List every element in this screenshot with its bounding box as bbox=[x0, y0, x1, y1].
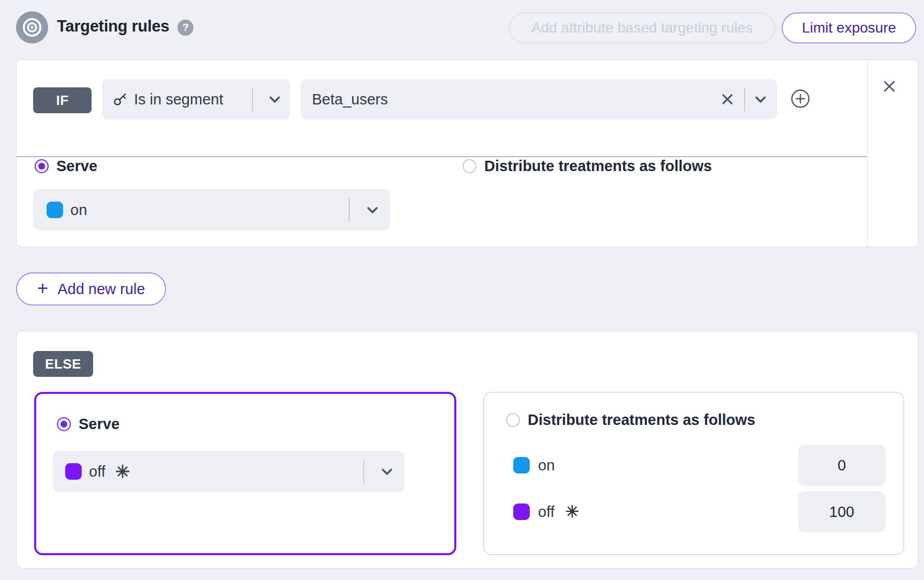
divider bbox=[17, 156, 867, 157]
distribute-radio[interactable] bbox=[463, 159, 476, 173]
distribute-option[interactable]: Distribute treatments as follows bbox=[506, 411, 755, 429]
chevron-down-icon[interactable] bbox=[267, 92, 282, 106]
chevron-down-icon[interactable] bbox=[380, 464, 394, 479]
percent-input[interactable] bbox=[798, 445, 886, 486]
chevron-down-icon[interactable] bbox=[753, 92, 768, 106]
if-badge: IF bbox=[33, 87, 92, 113]
serve-radio[interactable] bbox=[35, 159, 49, 173]
else-badge: ELSE bbox=[33, 351, 93, 377]
chevron-down-icon[interactable] bbox=[365, 203, 380, 217]
treatment-select[interactable]: on bbox=[33, 189, 390, 231]
divider bbox=[349, 198, 350, 222]
close-rule-button[interactable] bbox=[882, 79, 900, 97]
treatment-color-swatch bbox=[513, 457, 530, 474]
distribute-label: Distribute treatments as follows bbox=[484, 158, 712, 175]
distribution-row: off bbox=[513, 491, 886, 532]
distribute-label: Distribute treatments as follows bbox=[528, 411, 755, 429]
divider bbox=[363, 460, 364, 483]
distribute-option[interactable]: Distribute treatments as follows bbox=[463, 158, 712, 175]
matcher-label: Is in segment bbox=[134, 91, 223, 108]
clear-icon[interactable] bbox=[720, 92, 735, 106]
default-asterisk-icon bbox=[115, 464, 130, 479]
add-new-rule-button[interactable]: + Add new rule bbox=[16, 272, 166, 306]
serve-radio[interactable] bbox=[57, 417, 71, 431]
default-asterisk-icon bbox=[565, 504, 580, 520]
treatment-color-swatch bbox=[47, 202, 63, 218]
treatment-name: on bbox=[70, 202, 87, 219]
serve-option[interactable]: Serve bbox=[57, 416, 120, 433]
distribute-radio[interactable] bbox=[506, 413, 520, 427]
divider bbox=[744, 87, 745, 111]
treatment-select[interactable]: off bbox=[53, 451, 405, 492]
else-rule-card: ELSE Serve off Distribute treatments as … bbox=[16, 331, 918, 569]
divider bbox=[867, 60, 868, 247]
distribution-row: on bbox=[513, 445, 886, 486]
page-title: Targeting rules bbox=[57, 17, 169, 36]
matcher-select[interactable]: Is in segment bbox=[102, 79, 290, 119]
if-rule-card: IF Is in segment Beta_users bbox=[16, 59, 918, 247]
serve-option[interactable]: Serve bbox=[35, 158, 97, 175]
add-condition-button[interactable] bbox=[791, 89, 810, 109]
segment-value: Beta_users bbox=[312, 91, 388, 108]
treatment-name: off bbox=[89, 463, 106, 480]
treatment-color-swatch bbox=[65, 463, 82, 480]
distribute-box: Distribute treatments as follows on off bbox=[483, 392, 904, 555]
help-icon[interactable]: ? bbox=[177, 20, 193, 36]
targeting-bullseye-icon bbox=[16, 11, 48, 43]
add-new-rule-label: Add new rule bbox=[57, 281, 145, 298]
treatment-name: off bbox=[538, 503, 555, 521]
serve-label: Serve bbox=[79, 416, 120, 433]
treatment-name: on bbox=[538, 457, 555, 474]
treatment-color-swatch bbox=[513, 503, 530, 520]
limit-exposure-button[interactable]: Limit exposure bbox=[782, 12, 916, 43]
serve-box: Serve off bbox=[34, 392, 456, 555]
percent-input[interactable] bbox=[798, 491, 886, 532]
segment-field[interactable]: Beta_users bbox=[301, 79, 777, 119]
key-icon bbox=[112, 91, 128, 107]
divider bbox=[252, 87, 253, 111]
add-attribute-rules-button[interactable]: Add attribute based targeting rules bbox=[509, 12, 776, 43]
serve-label: Serve bbox=[56, 158, 97, 175]
plus-icon: + bbox=[37, 279, 49, 298]
